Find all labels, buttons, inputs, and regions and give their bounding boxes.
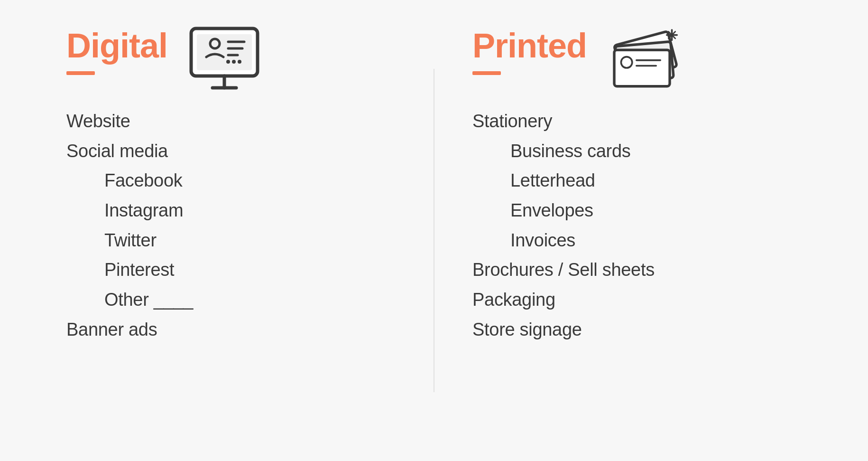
list-item: Facebook bbox=[66, 166, 193, 196]
printed-column: Printed bbox=[444, 28, 830, 345]
digital-item-list: Website Social media Facebook Instagram … bbox=[66, 106, 193, 345]
list-item: Banner ads bbox=[66, 315, 193, 345]
list-item: Business cards bbox=[472, 136, 655, 166]
list-item: Other ____ bbox=[66, 285, 193, 315]
printed-title: Printed bbox=[472, 28, 587, 63]
digital-column: Digital bbox=[38, 28, 424, 345]
list-item: Packaging bbox=[472, 285, 655, 315]
column-divider bbox=[434, 69, 434, 392]
svg-point-7 bbox=[232, 60, 236, 64]
list-item: Stationery bbox=[472, 106, 655, 136]
list-item: Store signage bbox=[472, 315, 655, 345]
list-item: Social media bbox=[66, 136, 193, 166]
page: Digital bbox=[0, 0, 868, 461]
list-item: Envelopes bbox=[472, 196, 655, 226]
list-item: Letterhead bbox=[472, 166, 655, 196]
list-item: Brochures / Sell sheets bbox=[472, 255, 655, 285]
list-item: Website bbox=[66, 106, 193, 136]
list-item: Twitter bbox=[66, 226, 193, 255]
svg-rect-1 bbox=[197, 34, 252, 70]
list-item: Invoices bbox=[472, 226, 655, 255]
svg-point-8 bbox=[238, 60, 241, 64]
business-cards-icon bbox=[606, 24, 691, 102]
list-item: Pinterest bbox=[66, 255, 193, 285]
printed-item-list: Stationery Business cards Letterhead Env… bbox=[472, 106, 655, 345]
digital-header: Digital bbox=[66, 28, 396, 102]
printed-dash bbox=[472, 71, 501, 75]
list-item: Instagram bbox=[66, 196, 193, 226]
printed-header: Printed bbox=[472, 28, 802, 102]
digital-title: Digital bbox=[66, 28, 167, 63]
digital-dash bbox=[66, 71, 95, 75]
svg-point-6 bbox=[226, 60, 230, 64]
svg-rect-18 bbox=[614, 50, 670, 86]
monitor-icon bbox=[186, 24, 262, 102]
